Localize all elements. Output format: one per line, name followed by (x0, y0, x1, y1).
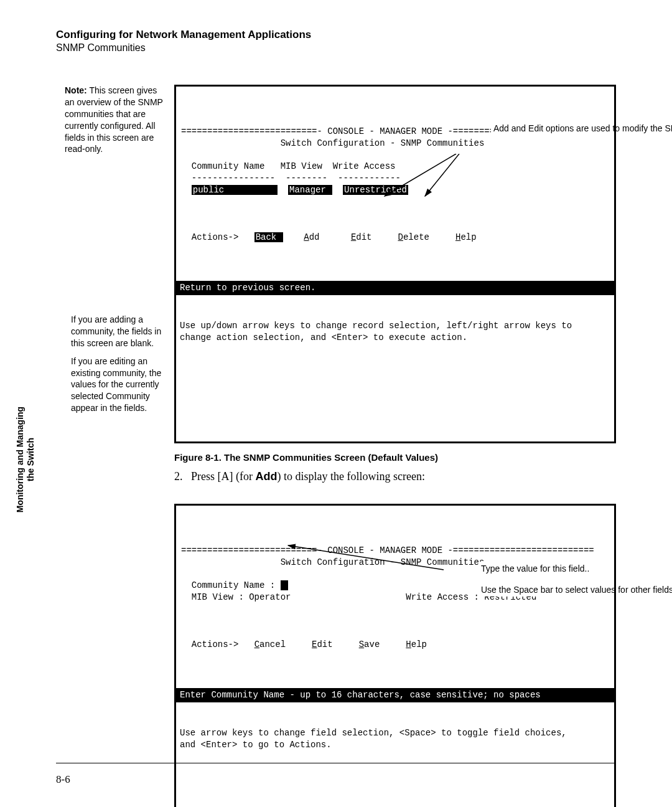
c2-bottom-help: Use arrow keys to change field selection… (176, 726, 614, 755)
c2-line1: Community Name : (181, 580, 281, 590)
c1-action-help[interactable]: Help (455, 232, 477, 242)
c2-cursor[interactable] (281, 580, 288, 590)
c1-action-add[interactable]: Add (304, 232, 319, 242)
side-tab: Monitoring and Managing the Switch (15, 397, 36, 522)
page-number: 8-6 (56, 773, 70, 786)
step-2-num: 2. (174, 470, 183, 483)
note2-p1: If you are adding a community, the field… (71, 314, 164, 349)
c1-actions-label: Actions-> (181, 232, 254, 242)
svg-line-2 (288, 545, 444, 570)
step-2-post: ) to display the following screen: (277, 470, 424, 483)
figure-caption-1: Figure 8-1. The SNMP Communities Screen … (174, 452, 616, 463)
c2-callout-1: Type the value for this field.. (478, 562, 608, 575)
arrow-icon (282, 542, 456, 579)
c2-action-cancel[interactable]: Cancel (254, 639, 286, 649)
c2-bottom-status: Enter Community Name - up to 16 characte… (176, 688, 614, 702)
arrow-icon (363, 154, 469, 204)
svg-line-1 (425, 154, 459, 196)
note2-p2: If you are editing an existing community… (71, 356, 164, 414)
step-2-pre: Press [A] (for (191, 470, 255, 483)
margin-note-1: Note: This screen gives an overview of t… (65, 85, 164, 155)
side-tab-line2: the Switch (26, 397, 36, 522)
c2-action-help[interactable]: Help (406, 639, 427, 649)
c2-action-save[interactable]: Save (359, 639, 380, 649)
c1-action-back[interactable]: Back (254, 232, 283, 242)
margin-note-2: If you are adding a community, the field… (71, 314, 164, 414)
console-figure-1: ==========================- CONSOLE - MA… (174, 85, 616, 443)
note-prefix: Note: (65, 85, 87, 95)
step-2: 2. Press [A] (for Add) to display the fo… (189, 469, 616, 484)
c1-row-name: public (192, 185, 278, 195)
c1-subtitle: Switch Configuration - SNMP Communities (181, 138, 484, 148)
svg-line-0 (385, 154, 456, 196)
c1-bottom-help: Use up/down arrow keys to change record … (176, 319, 614, 347)
note-text: This screen gives an overview of the SNM… (65, 85, 163, 154)
c1-callout: Add and Edit options are used to modify … (491, 121, 608, 135)
c1-action-delete[interactable]: Delete (398, 232, 429, 242)
page-header-subtitle: SNMP Communities (56, 42, 616, 54)
page-header-title: Configuring for Network Management Appli… (56, 29, 616, 41)
footer-rule (56, 763, 616, 763)
console-figure-2: ==========================- CONSOLE - MA… (174, 504, 616, 807)
step-2-bold: Add (255, 470, 277, 483)
c2-action-edit[interactable]: Edit (312, 639, 333, 649)
c1-row-view: Manager (288, 185, 332, 195)
c1-action-edit[interactable]: Edit (351, 232, 372, 242)
c2-callout-2: Use the Space bar to select values for o… (478, 583, 608, 597)
c1-bottom-status: Return to previous screen. (176, 281, 614, 295)
side-tab-line1: Monitoring and Managing (15, 397, 26, 522)
c2-actions-label: Actions-> (181, 639, 254, 649)
